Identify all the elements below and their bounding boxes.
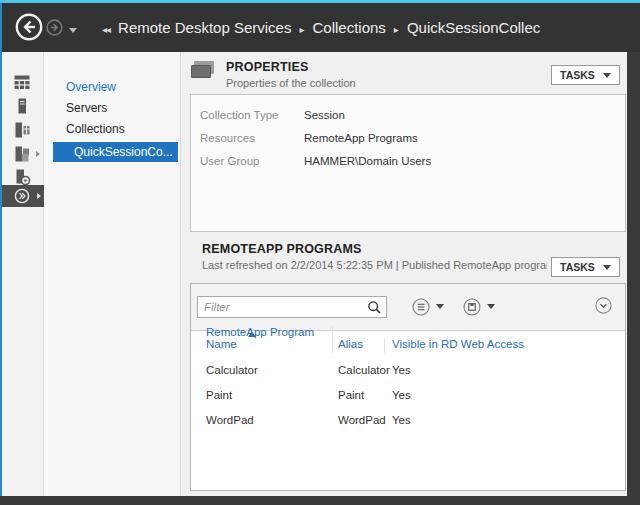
property-row: Resources RemoteApp Programs [191,126,625,149]
properties-tasks-button[interactable]: TASKS [551,65,620,85]
remoteapp-title: REMOTEAPP PROGRAMS [202,242,362,256]
breadcrumb-segment-collection[interactable]: QuickSessionCollec [407,19,540,36]
cell-alias: Calculator [333,364,385,376]
window-right-frame [627,52,640,505]
collapse-panel-button[interactable] [595,297,612,318]
all-servers-icon[interactable] [2,120,44,140]
caret-down-icon [603,265,611,270]
table-body: Calculator Calculator Yes Paint Paint Ye… [191,357,625,432]
history-dropdown-caret-icon[interactable] [69,28,77,33]
property-value: HAMMER\Domain Users [304,155,431,167]
property-row: Collection Type Session [191,103,625,126]
list-view-icon [412,298,430,316]
title-navigation-bar: ◂◂Remote Desktop Services▸Collections▸Qu… [2,3,640,52]
collapse-chevron-icon [595,297,612,314]
filter-input[interactable] [197,296,387,318]
file-and-storage-services-icon[interactable] [2,144,44,164]
dashboard-icon[interactable] [2,72,44,92]
properties-subtitle: Properties of the collection [226,77,356,89]
nav-item-servers[interactable]: Servers [44,98,180,119]
save-query-icon [463,298,481,316]
forward-arrow-icon [46,19,63,36]
properties-panel: Collection Type Session Resources Remote… [190,94,626,232]
main-content: PROPERTIES Properties of the collection … [181,52,627,496]
breadcrumb-segment-collections[interactable]: Collections [312,19,385,36]
cell-visible: Yes [385,414,625,426]
table-row-paint[interactable]: Paint Paint Yes [191,382,625,407]
remote-desktop-services-icon[interactable] [2,185,44,207]
breadcrumb: ◂◂Remote Desktop Services▸Collections▸Qu… [102,3,540,52]
search-icon [367,300,382,315]
cell-program-name: Paint [191,389,333,401]
cell-visible: Yes [385,364,625,376]
back-arrow-icon [15,13,43,41]
cell-program-name: WordPad [191,414,333,426]
window-left-accent [0,3,2,496]
back-button[interactable] [15,13,43,41]
breadcrumb-separator-icon: ▸ [299,24,304,35]
icon-rail [2,52,44,496]
forward-button[interactable] [46,19,63,36]
window-bottom-frame [0,496,640,505]
list-view-caret-icon[interactable] [436,304,444,309]
table-header-row: RemoteApp Program Name Alias Visible in … [191,331,625,353]
property-value: RemoteApp Programs [304,132,418,144]
cell-program-name: Calculator [191,364,333,376]
properties-title: PROPERTIES [226,60,309,74]
nav-item-collections[interactable]: Collections [44,119,180,140]
remoteapp-panel: RemoteApp Program Name Alias Visible in … [190,283,626,491]
local-server-icon[interactable] [2,96,44,116]
cell-alias: WordPad [333,414,385,426]
column-header-visible[interactable]: Visible in RD Web Access [385,338,625,353]
sort-ascending-icon [248,332,256,337]
breadcrumb-segment-rds[interactable]: Remote Desktop Services [118,19,291,36]
column-header-alias[interactable]: Alias [333,338,385,353]
property-value: Session [304,109,345,121]
property-label: Collection Type [191,109,304,121]
caret-down-icon [603,73,611,78]
table-row-wordpad[interactable]: WordPad WordPad Yes [191,407,625,432]
navigation-pane: Overview Servers Collections QuickSessio… [44,52,181,496]
save-query-button[interactable] [463,298,481,320]
properties-tile-icon [191,61,219,81]
cell-visible: Yes [385,389,625,401]
server-manager-window: ◂◂Remote Desktop Services▸Collections▸Qu… [0,0,640,505]
services-icon[interactable] [2,167,44,187]
property-label: Resources [191,132,304,144]
breadcrumb-collapse-icon[interactable]: ◂◂ [102,24,110,35]
table-row-calculator[interactable]: Calculator Calculator Yes [191,357,625,382]
nav-item-quicksessioncollection-selected[interactable]: QuickSessionCo... [53,142,178,162]
breadcrumb-separator-icon: ▸ [394,24,399,35]
filter-field [197,296,387,318]
remoteapp-subtitle: Last refreshed on 2/2/2014 5:22:35 PM | … [202,259,547,271]
expand-arrow-icon[interactable] [36,151,40,157]
remoteapp-toolbar [191,284,625,331]
expand-arrow-icon[interactable] [37,193,41,199]
column-header-program-name[interactable]: RemoteApp Program Name [191,326,333,353]
list-view-button[interactable] [412,298,430,320]
property-row: User Group HAMMER\Domain Users [191,149,625,172]
property-label: User Group [191,155,304,167]
remoteapp-tasks-button[interactable]: TASKS [551,257,620,277]
save-query-caret-icon[interactable] [487,304,495,309]
nav-item-overview[interactable]: Overview [44,77,180,98]
cell-alias: Paint [333,389,385,401]
